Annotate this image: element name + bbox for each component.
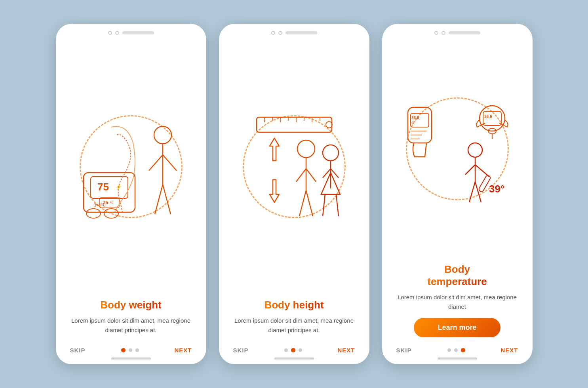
svg-line-13: [163, 155, 177, 171]
dot-3-3: [461, 348, 465, 352]
top-circle-6: [441, 31, 445, 35]
svg-point-25: [326, 122, 332, 128]
svg-text:39°: 39°: [489, 183, 504, 195]
skip-button-3[interactable]: SKIP: [396, 347, 412, 354]
svg-line-32: [299, 190, 306, 216]
dot-2-1: [284, 348, 288, 352]
learn-more-button[interactable]: Learn more: [414, 318, 500, 337]
screen1-title: Body weight: [92, 299, 169, 311]
next-button-1[interactable]: NEXT: [174, 347, 192, 354]
dot-1-1: [121, 348, 126, 352]
phone-screen-body-height: Body height Lorem ipsum dolor sit dim am…: [219, 24, 369, 364]
next-button-3[interactable]: NEXT: [500, 347, 518, 354]
top-pill-3: [449, 31, 480, 34]
home-indicator-2: [274, 358, 314, 359]
svg-rect-40: [408, 107, 432, 143]
illustration-area-1: 75 ⚡ ((wifi)) 75 kg: [56, 35, 206, 299]
body-weight-illustration: 75 ⚡ ((wifi)) 75 kg: [68, 109, 194, 228]
bottom-nav-3: SKIP NEXT: [382, 341, 533, 358]
top-pill-2: [285, 31, 317, 34]
top-circle-1: [108, 31, 112, 35]
svg-rect-1: [91, 177, 128, 198]
svg-text:C°: C°: [411, 121, 415, 125]
body-temperature-illustration: 36,6 C° 36,6: [394, 91, 521, 210]
svg-text:36,6: 36,6: [411, 116, 419, 120]
screen3-desc: Lorem ipsum dolor sit dim amet, mea regi…: [382, 293, 533, 312]
top-circle-4: [278, 31, 282, 35]
svg-line-57: [469, 182, 475, 202]
svg-rect-16: [257, 117, 332, 132]
skip-button-2[interactable]: SKIP: [233, 347, 249, 354]
screen1-desc: Lorem ipsum dolor sit dim amet, mea regi…: [56, 316, 206, 335]
svg-point-34: [323, 145, 339, 161]
svg-line-14: [155, 184, 163, 214]
nav-dots-2: [284, 348, 302, 352]
dot-1-3: [135, 348, 139, 352]
svg-text:36,6: 36,6: [484, 114, 492, 119]
top-bar-1: [56, 24, 206, 35]
screens-container: 75 ⚡ ((wifi)) 75 kg: [56, 24, 533, 364]
dot-2-2: [291, 348, 295, 352]
nav-dots-1: [121, 348, 139, 352]
top-circle-3: [271, 31, 275, 35]
svg-point-28: [297, 140, 315, 158]
svg-line-33: [306, 190, 313, 216]
dot-3-2: [454, 348, 458, 352]
screen3-title: Bodytemperature: [419, 263, 495, 288]
svg-line-55: [475, 165, 489, 177]
svg-line-54: [465, 165, 475, 175]
dot-1-2: [129, 348, 132, 352]
illustration-area-3: 36,6 C° 36,6: [382, 35, 533, 263]
svg-marker-26: [270, 138, 279, 161]
screen2-desc: Lorem ipsum dolor sit dim amet, mea regi…: [219, 316, 369, 335]
home-indicator-1: [111, 358, 151, 359]
top-pill-1: [122, 31, 154, 34]
phone-screen-body-temperature: 36,6 C° 36,6: [382, 24, 533, 364]
svg-line-38: [323, 194, 325, 216]
top-bar-2: [219, 24, 369, 35]
body-height-illustration: [231, 109, 358, 228]
screen2-title: Body height: [256, 299, 331, 311]
skip-button-1[interactable]: SKIP: [70, 347, 86, 354]
svg-text:75: 75: [97, 181, 109, 193]
home-indicator-3: [438, 358, 477, 359]
svg-marker-27: [270, 180, 279, 202]
top-bar-3: [382, 24, 533, 35]
svg-text:75: 75: [103, 200, 108, 205]
bottom-nav-1: SKIP NEXT: [56, 341, 206, 358]
phone-screen-body-weight: 75 ⚡ ((wifi)) 75 kg: [56, 24, 206, 364]
bottom-nav-2: SKIP NEXT: [219, 341, 369, 358]
svg-point-10: [154, 126, 171, 144]
dot-3-1: [447, 348, 451, 352]
illustration-area-2: [219, 35, 369, 299]
svg-line-15: [163, 184, 171, 214]
svg-line-58: [475, 182, 481, 202]
dot-2-3: [299, 348, 302, 352]
next-button-2[interactable]: NEXT: [337, 347, 355, 354]
svg-point-52: [468, 143, 482, 157]
top-circle-2: [115, 31, 119, 35]
svg-point-8: [86, 209, 101, 218]
svg-line-12: [149, 155, 163, 171]
nav-dots-3: [447, 348, 465, 352]
svg-line-30: [296, 169, 306, 182]
svg-line-31: [306, 169, 316, 182]
svg-text:kg: kg: [110, 200, 113, 204]
top-circle-5: [434, 31, 438, 35]
svg-line-39: [336, 194, 339, 216]
